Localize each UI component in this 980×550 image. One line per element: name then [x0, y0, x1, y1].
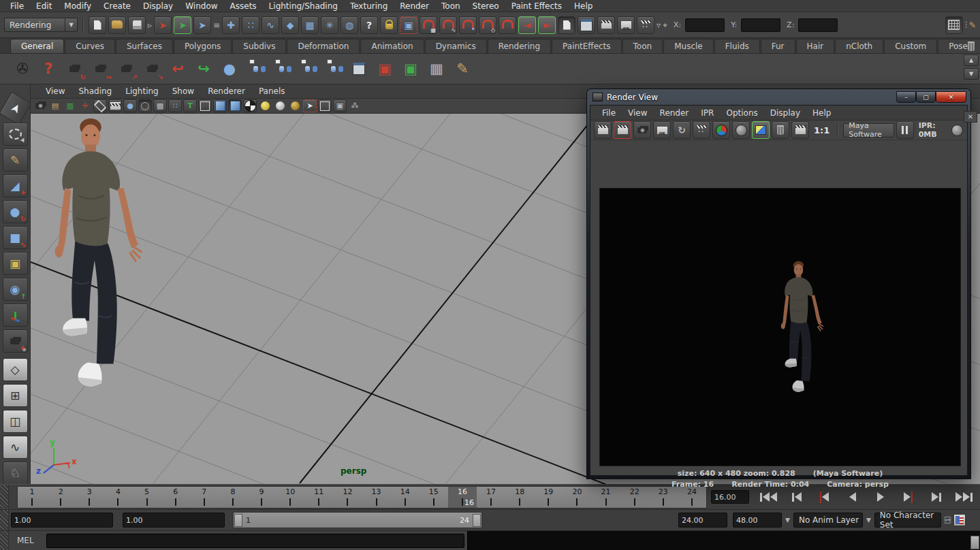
- pan-zoom-icon[interactable]: ✛: [78, 99, 92, 112]
- make-live-input-icon[interactable]: ⇥: [518, 16, 536, 34]
- z-coord-input[interactable]: [798, 18, 838, 32]
- film-reel-icon[interactable]: ✇: [11, 57, 34, 80]
- timeline-frame[interactable]: 12: [333, 487, 362, 508]
- coord-dropdown-icon[interactable]: ▿: [657, 20, 661, 30]
- timeline-frame[interactable]: 19: [534, 487, 563, 508]
- panel-menu-item[interactable]: Renderer: [201, 86, 252, 96]
- playback-end-input[interactable]: [678, 513, 727, 528]
- step-back-frame-button[interactable]: [812, 488, 837, 506]
- command-line-language-label[interactable]: MEL: [17, 536, 34, 545]
- shelf-tab[interactable]: Deformation: [287, 39, 360, 53]
- close-icon[interactable]: ✕: [964, 111, 977, 123]
- playback-range-bar[interactable]: 1 24: [233, 512, 482, 528]
- timeline-frame[interactable]: 13: [362, 487, 391, 508]
- mask-rendering-icon[interactable]: ◍: [341, 16, 358, 34]
- render-region-marquee-icon[interactable]: [693, 121, 710, 139]
- command-result-field[interactable]: [467, 531, 980, 550]
- panel-menu-item[interactable]: Panels: [252, 86, 292, 96]
- no-light-icon[interactable]: [288, 99, 302, 112]
- render-view-menu-item[interactable]: Options: [720, 108, 763, 118]
- minimize-button[interactable]: –: [896, 91, 916, 103]
- refresh-ipr-icon[interactable]: ↻: [673, 121, 691, 139]
- timeline-frame[interactable]: 10: [276, 487, 304, 508]
- open-scene-icon[interactable]: [108, 16, 126, 34]
- lasso-tool-icon[interactable]: [3, 123, 28, 146]
- use-all-lights-icon[interactable]: [243, 99, 257, 112]
- maximize-button[interactable]: ▢: [916, 91, 936, 103]
- delete-unused-icon[interactable]: ●: [218, 57, 241, 80]
- redo-icon[interactable]: ↪: [192, 57, 215, 80]
- tool-settings-toggle-icon[interactable]: ⫶: [965, 20, 967, 30]
- shelf-tab[interactable]: Rendering: [488, 39, 551, 53]
- shelf-tab[interactable]: nCloth: [835, 39, 883, 53]
- character-set-selector[interactable]: No Character Set: [874, 513, 941, 528]
- outliner-persp-layout-button[interactable]: ◫: [3, 410, 28, 433]
- dragon-icon[interactable]: ♘: [3, 462, 28, 485]
- shelf-scroll-down-icon[interactable]: ▼: [964, 68, 979, 80]
- menu-set-selector[interactable]: Rendering ▼: [4, 18, 78, 32]
- single-pane-layout-button[interactable]: ◇: [3, 358, 28, 381]
- move-tool-icon[interactable]: ◢: [3, 174, 28, 197]
- animation-start-input[interactable]: [11, 513, 113, 528]
- panel-menu-item[interactable]: Shading: [72, 86, 118, 96]
- animation-end-input[interactable]: [733, 513, 782, 528]
- double-sided-icon[interactable]: ▣: [333, 99, 347, 112]
- wireframe-mode-icon[interactable]: [198, 99, 212, 112]
- menu-item[interactable]: Render: [394, 1, 435, 11]
- current-time-input[interactable]: [711, 490, 749, 504]
- group-icon[interactable]: [244, 57, 267, 80]
- mask-expand-icon[interactable]: ≡: [213, 20, 220, 30]
- save-scene-icon[interactable]: [128, 16, 146, 34]
- shelf-tab[interactable]: Dynamics: [425, 39, 487, 53]
- render-view-menu-item[interactable]: Help: [806, 108, 837, 118]
- menu-item[interactable]: Window: [179, 1, 223, 11]
- resolution-gate-icon[interactable]: ●: [123, 99, 137, 112]
- universal-manipulator-icon[interactable]: ▣: [3, 252, 28, 275]
- field-chart-icon[interactable]: ▩: [153, 99, 167, 112]
- shelf-tab[interactable]: Fur: [761, 39, 795, 53]
- alpha-channel-icon[interactable]: [732, 121, 750, 139]
- range-slider-drag-handle[interactable]: [0, 510, 9, 530]
- panel-menu-item[interactable]: View: [39, 86, 72, 96]
- render-view-menu-item[interactable]: IPR: [695, 108, 720, 118]
- timeline-frame[interactable]: 11: [304, 487, 333, 508]
- chevron-down-icon[interactable]: ▼: [866, 517, 871, 523]
- menu-item[interactable]: Stereo: [467, 1, 505, 11]
- film-gate-icon[interactable]: [108, 99, 122, 112]
- select-hierarchy-mode-icon[interactable]: ➤: [154, 16, 172, 34]
- command-line-drag-handle[interactable]: [0, 531, 9, 550]
- step-forward-key-button[interactable]: [923, 488, 949, 506]
- anim-layer-selector[interactable]: No Anim Layer: [793, 513, 863, 528]
- range-start-handle[interactable]: [234, 514, 242, 527]
- coord-center-icon[interactable]: ⌖: [663, 20, 667, 30]
- play-forwards-button[interactable]: [868, 488, 893, 506]
- camera-track-icon[interactable]: [89, 57, 112, 80]
- render-current-frame-icon[interactable]: [597, 16, 615, 34]
- resize-corner[interactable]: [970, 536, 979, 549]
- render-view-menu-item[interactable]: Display: [764, 108, 806, 118]
- step-back-key-button[interactable]: [784, 488, 809, 506]
- pause-ipr-icon[interactable]: [896, 121, 914, 139]
- x-coord-input[interactable]: [685, 18, 725, 32]
- grid-toggle-icon[interactable]: [93, 99, 107, 112]
- timeline-frame[interactable]: 16: [448, 487, 477, 508]
- keep-image-icon[interactable]: [752, 121, 770, 139]
- shelf-tab[interactable]: Subdivs: [232, 39, 286, 53]
- shelf-tab[interactable]: Muscle: [663, 39, 714, 53]
- open-render-settings-icon[interactable]: [791, 121, 809, 139]
- y-coord-input[interactable]: [741, 18, 780, 32]
- timeline-frame[interactable]: 3: [75, 487, 104, 508]
- render-view-menu-item[interactable]: View: [622, 108, 653, 118]
- safe-action-icon[interactable]: ∷: [168, 99, 182, 112]
- timeline-frame[interactable]: 7: [190, 487, 219, 508]
- mask-misc-icon[interactable]: ?: [360, 16, 378, 34]
- render-view-menu-item[interactable]: File: [596, 108, 622, 118]
- snap-view-icon[interactable]: [499, 16, 516, 34]
- trash-icon[interactable]: [964, 39, 978, 52]
- four-pane-layout-button[interactable]: ⊞: [3, 384, 28, 407]
- timeline-frame[interactable]: 4: [104, 487, 132, 508]
- timeline-frame[interactable]: 1: [18, 487, 46, 508]
- set-key-icon[interactable]: ⚿: [942, 517, 953, 523]
- renderer-selector[interactable]: Maya Software: [843, 123, 894, 138]
- panel-menu-item[interactable]: Lighting: [118, 86, 165, 96]
